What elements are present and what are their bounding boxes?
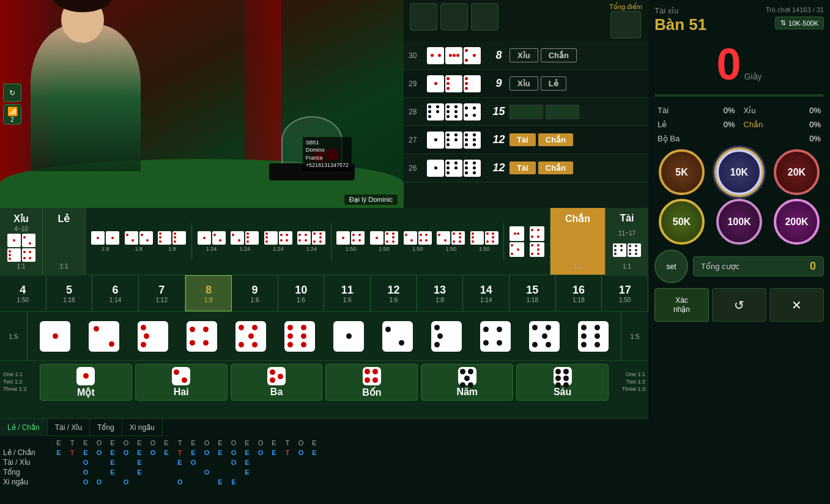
tab-xi-ngau[interactable]: Xi ngầu xyxy=(122,419,163,436)
num-17[interactable]: 17 1:50 xyxy=(602,275,648,311)
num-13[interactable]: 13 1:8 xyxy=(417,275,464,311)
chip-5k[interactable]: 5K xyxy=(659,149,705,195)
stats-row-3: Tổng O E E O E xyxy=(0,467,648,477)
chip-20k[interactable]: 20K xyxy=(774,149,820,195)
chip-100k[interactable]: 100K xyxy=(716,199,762,245)
single-bet-ba[interactable]: Ba xyxy=(231,364,323,401)
reset-button[interactable]: ↺ xyxy=(712,288,766,322)
spec-die-9[interactable] xyxy=(431,321,462,352)
spec-die-6[interactable] xyxy=(284,321,315,352)
num-9[interactable]: 9 1:6 xyxy=(232,275,278,311)
history-row: 28 15 xyxy=(404,98,648,126)
cancel-button[interactable]: ✕ xyxy=(769,288,824,322)
combo-high-3[interactable]: 1:50 xyxy=(404,231,432,252)
num-16[interactable]: 16 1:18 xyxy=(556,275,602,311)
timer-label: Giây xyxy=(744,72,762,81)
single-bet-nam[interactable]: Năm xyxy=(421,364,513,401)
right-panel: Tài xỉu Bàn 51 Trò chơi 14163 / 31 ⇅ 10K… xyxy=(648,0,830,504)
refresh-button[interactable]: ↻ xyxy=(3,84,21,102)
combo-high-5[interactable]: 1:50 xyxy=(470,231,498,252)
combo-2-2[interactable]: 1:8 xyxy=(125,231,153,252)
chip-200k[interactable]: 200K xyxy=(774,199,820,245)
num-8[interactable]: 8 1:8 xyxy=(185,275,232,311)
stats-tabs: Lẻ / Chắn Tài / Xỉu Tổng Xi ngầu xyxy=(0,419,648,436)
num-6[interactable]: 6 1:14 xyxy=(92,275,139,311)
num-4[interactable]: 4 1:50 xyxy=(0,275,46,311)
single-bet-hai[interactable]: Hai xyxy=(135,364,228,401)
chip-50k[interactable]: 50K xyxy=(659,199,705,245)
timer-area: 0 Giây xyxy=(654,39,824,89)
timer-display: 0 xyxy=(717,42,741,86)
num-14[interactable]: 14 1:14 xyxy=(463,275,509,311)
bet-percentages: Tài 0% Xỉu 0% Lẻ 0% Chắn 0% Bộ Ba 0% xyxy=(654,105,824,144)
stats-row-2: Tài / Xỉu O E E E O O E xyxy=(0,458,648,467)
timer-bar xyxy=(654,94,824,97)
tai-bet[interactable]: Tài 11~17 1:1 xyxy=(606,208,648,275)
spec-die-7[interactable] xyxy=(333,321,364,352)
right-header: Tài xỉu Bàn 51 Trò chơi 14163 / 31 ⇅ 10K… xyxy=(654,6,824,34)
chip-10k[interactable]: 10K xyxy=(716,149,762,195)
single-bet-sau[interactable]: Sáu xyxy=(516,364,609,401)
action-buttons: Xác nhận ↺ ✕ xyxy=(654,288,824,322)
total-bet-display: Tổng cược 0 xyxy=(693,256,824,276)
stats-section: Lẻ / Chắn Tài / Xỉu Tổng Xi ngầu E T E O… xyxy=(0,418,648,504)
combo-3-3[interactable]: 1:8 xyxy=(158,231,186,252)
total-display: Tổng điểm xyxy=(609,3,642,39)
combo-1-8[interactable]: 1:8 xyxy=(91,231,119,252)
history-panel: Tổng điểm 30 8 xyxy=(404,0,648,208)
combo-high-2[interactable]: 1:50 xyxy=(370,231,398,252)
num-7[interactable]: 7 1:12 xyxy=(139,275,185,311)
num-12[interactable]: 12 1:6 xyxy=(371,275,417,311)
single-bet-bon[interactable]: Bốn xyxy=(325,364,418,401)
video-feed: SB51DominoFrance+5218131347572 ↻ 📶 2 Đại… xyxy=(0,0,404,208)
set-button[interactable]: set xyxy=(654,250,688,283)
combo-3-4[interactable]: 1:24 xyxy=(264,231,292,252)
spec-dice-area xyxy=(28,312,621,360)
xiu-bet[interactable]: Xỉu 4~10 1:1 xyxy=(0,208,43,275)
spec-die-3[interactable] xyxy=(138,321,168,352)
stats-row-1: Lẻ / Chắn E T E O E O E O E T E O E O E xyxy=(0,448,648,458)
tab-tai-xiu[interactable]: Tài / Xỉu xyxy=(48,419,90,436)
num-10[interactable]: 10 1:6 xyxy=(278,275,325,311)
spec-die-8[interactable] xyxy=(382,321,413,352)
wifi-badge: 📶 2 xyxy=(3,105,21,125)
stats-content: E T E O E O E O E T E O E O E O E xyxy=(0,436,648,504)
tab-tong[interactable]: Tổng xyxy=(90,419,122,436)
combo-4-5[interactable]: 1:24 xyxy=(297,231,325,252)
stats-row-4: Xi ngầu O O O O E E xyxy=(0,477,648,487)
combo-high-4[interactable]: 1:50 xyxy=(437,231,465,252)
video-controls[interactable]: ↻ 📶 2 xyxy=(3,84,21,125)
confirm-button[interactable]: Xác nhận xyxy=(654,288,709,322)
tab-le-chan[interactable]: Lẻ / Chắn xyxy=(0,419,48,436)
combo-high-1[interactable]: 1:50 xyxy=(336,231,365,252)
num-15[interactable]: 15 1:18 xyxy=(509,275,556,311)
spec-die-5[interactable] xyxy=(235,321,266,352)
history-row: 26 12 Tài Chắn xyxy=(404,154,648,182)
dealer-label: Đại lý Dominic xyxy=(344,195,398,205)
spec-die-12[interactable] xyxy=(578,321,609,352)
specific-dice: 1:5 xyxy=(0,312,648,361)
spec-die-10[interactable] xyxy=(480,321,511,352)
spec-die-4[interactable] xyxy=(187,321,217,352)
dice-display-3 xyxy=(471,3,498,31)
dice-combos: 1:8 1:8 1:8 xyxy=(86,208,550,275)
combo-1-2[interactable]: 1:24 xyxy=(198,231,226,252)
spec-die-1[interactable] xyxy=(40,321,70,352)
combo-2-3[interactable]: 1:24 xyxy=(231,231,259,252)
betting-board: Xỉu 4~10 1:1 Lẻ 1:1 xyxy=(0,208,648,418)
chips-area: 5K 10K 20K 50K 100K 200K xyxy=(654,149,824,245)
history-row: 27 12 Tài Chắn xyxy=(404,126,648,154)
dice-display-2 xyxy=(440,3,468,31)
stats-header-row: E T E O E O E O E T E O E O E O E xyxy=(0,438,648,448)
history-row: 30 8 Xỉu Chắn xyxy=(404,42,648,70)
game-round: Trò chơi 14163 / 31 xyxy=(766,6,824,14)
bet-range: ⇅ 10K-500K xyxy=(775,17,824,29)
spec-die-2[interactable] xyxy=(89,321,119,352)
spec-die-11[interactable] xyxy=(529,321,560,352)
num-11[interactable]: 11 1:6 xyxy=(324,275,371,311)
le-bet[interactable]: Lẻ 1:1 xyxy=(43,208,86,275)
chan-bet[interactable]: Chắn 1:1 xyxy=(550,208,606,275)
single-bet-mot[interactable]: Một xyxy=(40,364,132,401)
chips-row-1: 5K 10K 20K xyxy=(654,149,824,195)
num-5[interactable]: 5 1:18 xyxy=(46,275,93,311)
